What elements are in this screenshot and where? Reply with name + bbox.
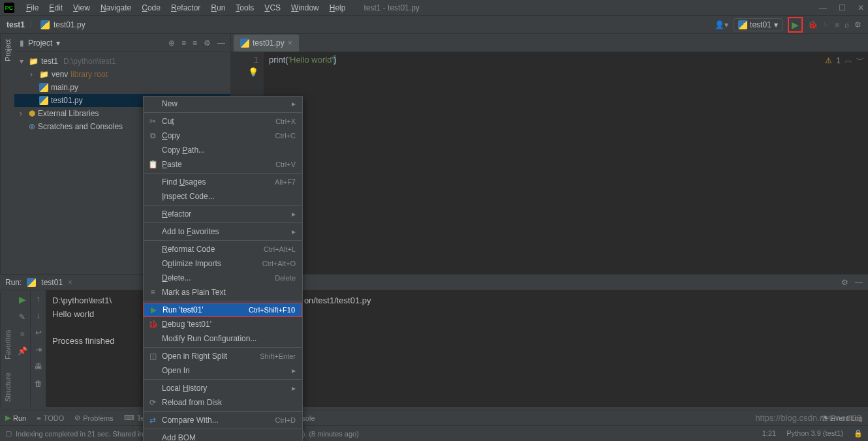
menu-navigate[interactable]: Navigate	[95, 3, 136, 12]
rerun-icon[interactable]: ▶	[19, 294, 26, 305]
ctx-open-in[interactable]: Open In▸	[144, 363, 302, 378]
ctx-debug-test01-[interactable]: 🐞Debug 'test01'	[144, 317, 302, 331]
interpreter[interactable]: Python 3.9 (test1)	[786, 429, 843, 438]
intention-bulb-icon[interactable]: 💡	[236, 67, 258, 77]
ctx-run-test01-[interactable]: ▶Run 'test01'Ctrl+Shift+F10	[144, 303, 302, 317]
menu-tools[interactable]: Tools	[230, 3, 259, 12]
breadcrumb[interactable]: test1 〉 test01.py	[7, 19, 85, 30]
tree-row[interactable]: main.py	[14, 81, 230, 94]
add-user-icon[interactable]: 👤▾	[715, 20, 728, 29]
gear-icon[interactable]: ⚙	[841, 278, 848, 287]
run-configuration-select[interactable]: test01 ▾	[734, 18, 783, 31]
select-opened-file-icon[interactable]: ⊕	[168, 38, 175, 48]
close-tab-icon[interactable]: ×	[68, 278, 72, 287]
ctx-reload-from-disk[interactable]: ⟳Reload from Disk	[144, 395, 302, 410]
breadcrumb-file[interactable]: test01.py	[54, 20, 85, 29]
hide-icon[interactable]: —	[217, 38, 225, 48]
python-file-icon	[39, 83, 48, 92]
python-file-icon	[738, 20, 747, 29]
left-tool-stripe-lower: Structure Favorites	[0, 292, 14, 407]
ctx-mark-as-plain-text[interactable]: ≡Mark as Plain Text	[144, 285, 302, 299]
chevron-down-icon[interactable]: ▾	[56, 38, 60, 48]
menu-file[interactable]: File	[21, 3, 44, 12]
chevron-down-icon: ▾	[774, 20, 778, 29]
tree-row[interactable]: ›📁venvlibrary root	[14, 68, 230, 81]
project-label[interactable]: Project	[28, 38, 52, 48]
ctx-find-usages[interactable]: Find UsagesAlt+F7	[144, 175, 302, 189]
ctx-reformat-code[interactable]: Reformat CodeCtrl+Alt+L	[144, 242, 302, 256]
ctx-add-to-favorites[interactable]: Add to Favorites▸	[144, 224, 302, 239]
ctx-copy-path-[interactable]: Copy Path...	[144, 143, 302, 157]
ctx-delete-[interactable]: Delete...Delete	[144, 271, 302, 285]
soft-wrap-icon[interactable]: ↩	[35, 328, 42, 337]
run-label: Run:	[5, 278, 22, 287]
code-area[interactable]: print('Hello world')	[264, 52, 868, 292]
inspection-widget[interactable]: ⚠ 1 ︿ ﹀	[825, 55, 864, 66]
hide-icon[interactable]: —	[855, 278, 863, 287]
menu-help[interactable]: Help	[324, 3, 351, 12]
down-icon[interactable]: ↓	[37, 311, 40, 320]
ctx-refactor[interactable]: Refactor▸	[144, 207, 302, 221]
run-config-name[interactable]: test01	[41, 278, 63, 287]
pin-icon[interactable]: 📌	[18, 346, 27, 356]
debug-button[interactable]: 🐞	[808, 20, 818, 29]
menu-window[interactable]: Window	[286, 3, 324, 12]
print-icon[interactable]: 🖶	[35, 362, 42, 371]
ctx-paste[interactable]: 📋PasteCtrl+V	[144, 157, 302, 172]
menu-code[interactable]: Code	[136, 3, 166, 12]
favorites-tool-tab[interactable]: Favorites	[4, 330, 12, 359]
edit-config-icon[interactable]: ✎	[19, 312, 25, 322]
breadcrumb-root[interactable]: test1	[7, 20, 25, 29]
minimize-icon[interactable]: —	[819, 3, 827, 12]
expand-all-icon[interactable]: ≡	[181, 38, 186, 48]
lock-icon[interactable]: 🔒	[854, 429, 863, 438]
search-icon[interactable]: ⌕	[845, 20, 849, 29]
scroll-to-end-icon[interactable]: ⇥	[35, 345, 42, 354]
folder-icon: ▮	[20, 38, 24, 48]
tree-row[interactable]: ▾📁test1D:\python\test1	[14, 55, 230, 68]
ctx-open-in-right-split[interactable]: ◫Open in Right SplitShift+Enter	[144, 349, 302, 363]
run-tool-window: Run: test01 × ⚙ — ▶ ✎ ■ 📌 ↑ ↓ ↩ ⇥ 🖶 🗑 D:…	[0, 274, 868, 407]
ctx-local-history[interactable]: Local History▸	[144, 381, 302, 395]
trash-icon[interactable]: 🗑	[35, 379, 42, 388]
run-toolbar: ▶ ✎ ■ 📌	[14, 290, 30, 407]
ctx-compare-with-[interactable]: ⇄Compare With...Ctrl+D	[144, 413, 302, 427]
caret-position[interactable]: 1:21	[762, 429, 776, 438]
ctx-optimize-imports[interactable]: Optimize ImportsCtrl+Alt+O	[144, 256, 302, 271]
run-tab[interactable]: ▶Run	[5, 414, 26, 422]
context-menu: New▸✂CutCtrl+X⧉CopyCtrl+CCopy Path...📋Pa…	[143, 96, 303, 441]
chevron-up-icon[interactable]: ︿	[845, 55, 852, 66]
close-tab-icon[interactable]: ×	[288, 38, 292, 48]
gear-icon[interactable]: ⚙	[204, 38, 211, 48]
stop-icon[interactable]: ■	[20, 329, 24, 339]
ctx-modify-run-configuration-[interactable]: Modify Run Configuration...	[144, 331, 302, 346]
python-file-icon	[27, 278, 36, 287]
menu-run[interactable]: Run	[206, 3, 230, 12]
tool-windows-icon[interactable]: ▢	[5, 429, 12, 438]
ctx-inspect-code-[interactable]: Inspect Code...	[144, 189, 302, 204]
menu-edit[interactable]: Edit	[44, 3, 68, 12]
menu-vcs[interactable]: VCS	[259, 3, 286, 12]
python-file-icon	[240, 38, 249, 48]
ctx-copy[interactable]: ⧉CopyCtrl+C	[144, 129, 302, 143]
up-icon[interactable]: ↑	[37, 294, 40, 303]
menu-view[interactable]: View	[68, 3, 95, 12]
maximize-icon[interactable]: ☐	[839, 3, 846, 12]
structure-tool-tab[interactable]: Structure	[4, 373, 12, 402]
collapse-all-icon[interactable]: ≡	[193, 38, 197, 48]
todo-tab[interactable]: ≡TODO	[37, 414, 64, 422]
gear-icon[interactable]: ⚙	[854, 20, 861, 29]
chevron-down-icon[interactable]: ﹀	[856, 55, 864, 66]
problems-tab[interactable]: ⊘Problems	[74, 414, 113, 422]
project-tool-tab[interactable]: Project	[4, 39, 12, 61]
editor: test01.py × 1 💡 print('Hello world') ⚠ 1…	[231, 34, 868, 292]
close-icon[interactable]: ✕	[858, 3, 864, 12]
run-button[interactable]: ▶	[788, 17, 803, 33]
menu-refactor[interactable]: Refactor	[166, 3, 206, 12]
stop-button[interactable]: ■	[835, 20, 839, 29]
ctx-add-bom[interactable]: Add BOM	[144, 431, 302, 441]
ctx-cut[interactable]: ✂CutCtrl+X	[144, 114, 302, 129]
editor-tab[interactable]: test01.py ×	[234, 35, 299, 52]
coverage-button[interactable]: ⤷	[823, 20, 829, 29]
ctx-new[interactable]: New▸	[144, 97, 302, 111]
